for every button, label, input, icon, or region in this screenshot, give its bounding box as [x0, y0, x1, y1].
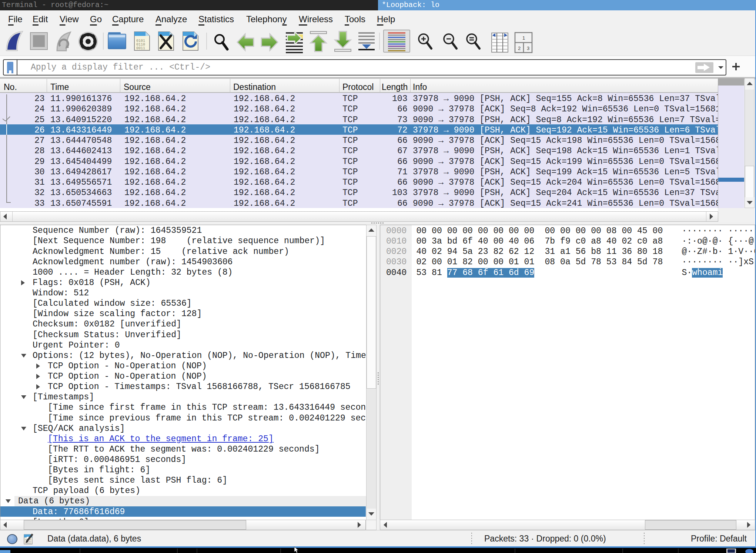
svg-text:0011: 0011	[136, 46, 145, 50]
svg-text:1: 1	[522, 35, 525, 41]
svg-text:3: 3	[527, 46, 529, 51]
svg-text:2: 2	[518, 46, 521, 51]
